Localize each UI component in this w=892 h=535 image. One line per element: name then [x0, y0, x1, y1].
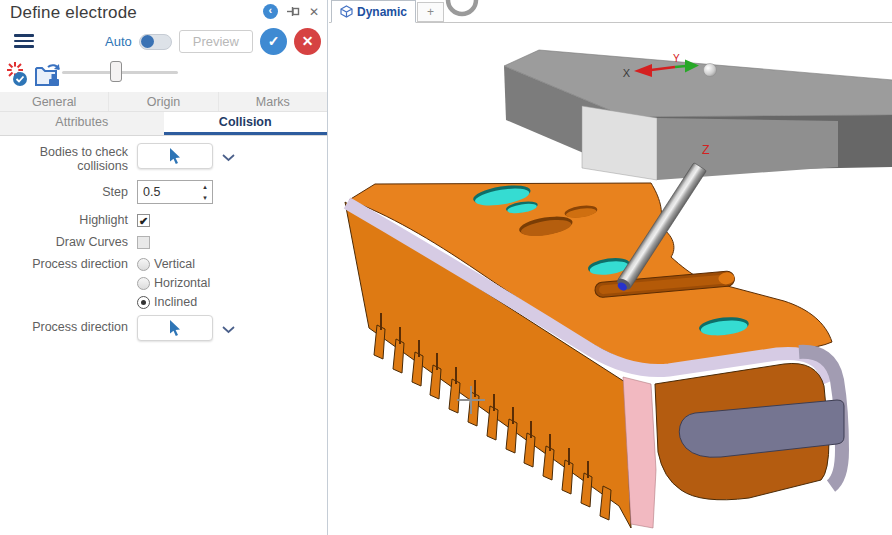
highlight-checkbox[interactable]: ✔	[137, 214, 150, 227]
tab-general[interactable]: General	[0, 92, 109, 111]
preview-button[interactable]: Preview	[179, 30, 253, 53]
electrode-spark-icon[interactable]	[4, 61, 34, 88]
radio-option-inclined[interactable]: Inclined	[137, 295, 210, 309]
auto-label: Auto	[105, 34, 132, 49]
tab-strip-primary: General Origin Marks	[0, 92, 327, 112]
draw-curves-checkbox[interactable]	[137, 236, 150, 249]
axis-y-label: Y	[673, 53, 680, 64]
viewport-3d[interactable]: X Y Z	[329, 0, 892, 535]
collision-form: Bodies to check collisions Step	[0, 136, 327, 341]
page-title: Define electrode	[10, 3, 137, 22]
menu-icon[interactable]	[14, 34, 34, 51]
tab-collision[interactable]: Collision	[164, 112, 328, 135]
radio-option-horizontal[interactable]: Horizontal	[137, 276, 210, 290]
draw-curves-row: Draw Curves	[0, 233, 327, 249]
draw-curves-label: Draw Curves	[0, 233, 132, 249]
bodies-to-check-row: Bodies to check collisions	[0, 143, 327, 173]
bodies-to-check-label: Bodies to check collisions	[0, 143, 132, 173]
transparency-slider[interactable]	[62, 60, 178, 84]
tab-marks[interactable]: Marks	[219, 92, 327, 111]
tab-origin[interactable]: Origin	[109, 92, 218, 111]
process-direction2-label: Process direction	[0, 315, 132, 334]
define-electrode-panel: Define electrode ‹ ✕ Auto Preview ✓ ✕	[0, 0, 328, 535]
holder-block-left-face	[582, 106, 657, 180]
pin-icon[interactable]	[287, 5, 300, 18]
application-window: Define electrode ‹ ✕ Auto Preview ✓ ✕	[0, 0, 892, 535]
tab-attributes[interactable]: Attributes	[0, 112, 164, 135]
process-direction2-row: Process direction	[0, 315, 327, 341]
panel-icon-row	[0, 60, 327, 88]
new-tab-button[interactable]: +	[417, 2, 444, 22]
panel-header: Define electrode ‹ ✕	[0, 0, 327, 24]
ok-button[interactable]: ✓	[260, 28, 287, 55]
chevron-down-icon[interactable]	[222, 326, 235, 334]
highlight-label: Highlight	[0, 211, 132, 227]
cancel-button[interactable]: ✕	[294, 28, 321, 55]
rotate-arc-icon	[445, 0, 481, 17]
auto-toggle[interactable]	[139, 34, 172, 50]
highlight-row: Highlight ✔	[0, 211, 327, 227]
origin-sphere	[704, 64, 717, 77]
radio-vertical[interactable]	[137, 258, 150, 271]
tab-dynamic[interactable]: Dynamic	[331, 0, 416, 23]
panel-toolbar: Auto Preview ✓ ✕	[0, 28, 327, 58]
process-direction-label: Process direction	[0, 257, 132, 271]
process-direction-radio-group: Vertical Horizontal Inclined	[137, 257, 210, 309]
close-icon[interactable]: ✕	[309, 6, 319, 18]
step-spinner[interactable]: ▴ ▾	[199, 182, 211, 202]
step-label: Step	[0, 180, 132, 199]
spin-down-icon[interactable]: ▾	[199, 193, 211, 202]
load-electrode-folder-icon[interactable]	[34, 61, 64, 88]
radio-option-vertical[interactable]: Vertical	[137, 257, 210, 271]
process-direction-pick-button[interactable]	[137, 315, 213, 341]
step-row: Step ▴ ▾	[0, 180, 327, 204]
viewport-canvas[interactable]: X Y Z	[329, 0, 892, 535]
tab-strip-secondary: Attributes Collision	[0, 112, 327, 136]
radio-horizontal[interactable]	[137, 277, 150, 290]
axis-x-label: X	[623, 67, 631, 79]
bodies-pick-button[interactable]	[137, 143, 213, 169]
collapse-panel-icon[interactable]: ‹	[263, 4, 278, 19]
slider-handle[interactable]	[110, 61, 122, 82]
holder-block-front-face	[657, 118, 838, 180]
cube-icon	[340, 5, 353, 18]
chevron-down-icon[interactable]	[222, 154, 235, 162]
cursor-arrow-icon	[169, 320, 181, 337]
viewport-tab-bar: Dynamic +	[329, 0, 892, 23]
axis-z-label: Z	[702, 143, 710, 157]
cursor-arrow-icon	[169, 148, 181, 165]
radio-inclined[interactable]	[137, 296, 150, 309]
process-direction-row: Process direction Vertical Horizontal In…	[0, 257, 327, 309]
spin-up-icon[interactable]: ▴	[199, 182, 211, 191]
